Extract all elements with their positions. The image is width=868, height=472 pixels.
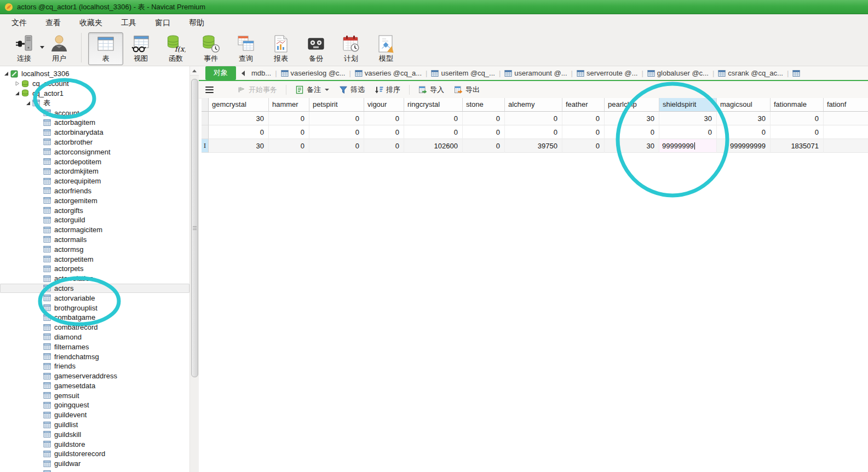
grid-cell[interactable]: 0	[717, 125, 771, 139]
tab-useramount-[interactable]: useramount @...	[502, 69, 570, 77]
grid-cell[interactable]: 0	[269, 139, 309, 153]
tab-globaluser-c-[interactable]: globaluser @c...	[645, 69, 711, 77]
tree-item-partial-41[interactable]	[0, 469, 189, 472]
tree-item-actorguild[interactable]: actorguild	[0, 215, 189, 225]
tree-item-actorpets[interactable]: actorpets	[0, 264, 189, 274]
expand-arrow-icon[interactable]	[2, 71, 10, 76]
grid-cell[interactable]: 0	[309, 139, 364, 153]
tree-item-account[interactable]: account	[0, 108, 189, 118]
toolbar-button-1[interactable]: 用户	[42, 32, 77, 65]
tree-item-combatrecord[interactable]: combatrecord	[0, 323, 189, 332]
menu-item-5[interactable]: 帮助	[180, 14, 214, 31]
tree-item-actordmkjitem[interactable]: actordmkjitem	[0, 166, 189, 176]
grid-cell[interactable]: 0	[309, 125, 364, 139]
tab-vaserieslog-c-[interactable]: vaserieslog @c...	[278, 69, 348, 77]
toolbar-button-0[interactable]: 连接	[7, 32, 42, 65]
tree-item-guildskill[interactable]: guildskill	[0, 429, 189, 439]
scrollbar-up-button[interactable]	[190, 66, 199, 76]
grid-cell[interactable]	[824, 125, 868, 139]
column-header-pearlchip[interactable]: pearlchip	[605, 98, 659, 112]
expand-arrow-icon[interactable]	[13, 91, 21, 96]
grid-cell[interactable]: 0	[562, 112, 605, 125]
toolbar-button-5[interactable]: 事件	[193, 32, 228, 65]
column-header-shieldspirit[interactable]: shieldspirit	[659, 98, 717, 112]
grid-cell[interactable]: 0	[463, 125, 505, 139]
tree-item-actorgemitem[interactable]: actorgemitem	[0, 195, 189, 205]
column-header-gemcrystal[interactable]: gemcrystal	[209, 98, 269, 112]
tree-item-actorpetitem[interactable]: actorpetitem	[0, 254, 189, 264]
grid-cell[interactable]: 0	[659, 125, 717, 139]
toolbar-button-4[interactable]: f(x)函数	[158, 32, 193, 65]
tree-item-表[interactable]: 表	[0, 98, 189, 108]
column-header-fationf[interactable]: fationf	[824, 98, 868, 112]
toolbar-button-7[interactable]: 报表	[263, 32, 298, 65]
grid-cell[interactable]: 0	[269, 112, 309, 125]
grid-cell[interactable]: 0	[562, 139, 605, 153]
grid-cell[interactable]	[824, 139, 868, 153]
grid-cell[interactable]: 0	[463, 139, 505, 153]
table-toolbar-note-button[interactable]: 备注	[290, 85, 334, 95]
grid-cell[interactable]: 30	[605, 112, 659, 125]
tree-item-gemsuit[interactable]: gemsuit	[0, 390, 189, 400]
menu-item-3[interactable]: 工具	[112, 14, 146, 31]
tab-partial[interactable]	[790, 70, 805, 77]
tree-item-actorgifts[interactable]: actorgifts	[0, 205, 189, 215]
grid-cell[interactable]: 30	[209, 139, 269, 153]
tree-item-guildstorerecord[interactable]: guildstorerecord	[0, 449, 189, 459]
tree-item-guildlist[interactable]: guildlist	[0, 420, 189, 430]
tab-useritem-cq-[interactable]: useritem @cq_...	[428, 69, 497, 77]
menu-item-4[interactable]: 窗口	[146, 14, 180, 31]
toolbar-button-8[interactable]: 备份	[298, 32, 334, 65]
editing-cell[interactable]: 99999999	[659, 139, 717, 153]
tree-item-diamond[interactable]: diamond	[0, 332, 189, 342]
tree-item-guildevent[interactable]: guildevent	[0, 410, 189, 420]
grid-cell[interactable]: 0	[364, 125, 404, 139]
tree-item-filternames[interactable]: filternames	[0, 342, 189, 352]
tree-item-actorbinarydata[interactable]: actorbinarydata	[0, 128, 189, 137]
column-header-magicsoul[interactable]: magicsoul	[717, 98, 771, 112]
menu-item-2[interactable]: 收藏夹	[70, 14, 112, 31]
tree-item-actors[interactable]: actors	[0, 284, 189, 293]
grid-cell[interactable]: 30	[605, 139, 659, 153]
tree-item-cq_account[interactable]: cq_account	[0, 79, 189, 89]
grid-cell[interactable]: 0	[209, 125, 269, 139]
grid-cell[interactable]: 0	[404, 112, 463, 125]
tree-item-actorbagitem[interactable]: actorbagitem	[0, 118, 189, 128]
tree-item-goingquest[interactable]: goingquest	[0, 400, 189, 410]
grid-cell[interactable]: 0	[505, 125, 562, 139]
tab-vaseries-cq-a-[interactable]: vaseries @cq_a...	[352, 69, 424, 77]
grid-cell[interactable]: 102600	[404, 139, 463, 153]
tab-serverroute-[interactable]: serverroute @...	[574, 69, 640, 77]
tab-objects[interactable]: 对象	[205, 66, 236, 80]
column-header-ringcrystal[interactable]: ringcrystal	[404, 98, 463, 112]
tree-item-cq_actor1[interactable]: cq_actor1	[0, 89, 189, 99]
tree-item-actorequipitem[interactable]: actorequipitem	[0, 176, 189, 186]
column-header-feather[interactable]: feather	[562, 98, 605, 112]
grid-cell[interactable]: 0	[364, 112, 404, 125]
tree-item-guildwar[interactable]: guildwar	[0, 459, 189, 469]
menu-item-0[interactable]: 文件	[2, 14, 36, 31]
tree-item-localhost_3306[interactable]: localhost_3306	[0, 69, 189, 79]
row-header[interactable]	[202, 112, 209, 125]
grid-cell[interactable]: 0	[605, 125, 659, 139]
grid-cell[interactable]: 39750	[505, 139, 562, 153]
scrollbar-thumb[interactable]	[191, 79, 198, 377]
tree-item-actorvariable[interactable]: actorvariable	[0, 293, 189, 303]
tab-scroll-left-icon[interactable]	[242, 71, 245, 76]
toolbar-button-10[interactable]: 模型	[369, 32, 404, 65]
menu-hamburger-icon[interactable]	[205, 87, 214, 93]
column-header-vigour[interactable]: vigour	[364, 98, 404, 112]
column-header-petspirit[interactable]: petspirit	[309, 98, 364, 112]
grid-cell[interactable]: 30	[659, 112, 717, 125]
table-toolbar-export-button[interactable]: 导出	[449, 85, 485, 95]
tree-item-friendchatmsg[interactable]: friendchatmsg	[0, 352, 189, 361]
tree-scrollbar[interactable]	[189, 66, 199, 472]
tree-item-actorfriends[interactable]: actorfriends	[0, 186, 189, 196]
table-toolbar-filter-button[interactable]: 筛选	[334, 85, 370, 95]
tree-item-actorbrother[interactable]: actorbrother	[0, 137, 189, 147]
expand-arrow-icon[interactable]	[24, 101, 32, 106]
column-header-stone[interactable]: stone	[463, 98, 505, 112]
tree-item-actormsg[interactable]: actormsg	[0, 244, 189, 254]
grid-cell[interactable]	[824, 112, 868, 125]
toolbar-button-2[interactable]: 表	[88, 32, 123, 65]
